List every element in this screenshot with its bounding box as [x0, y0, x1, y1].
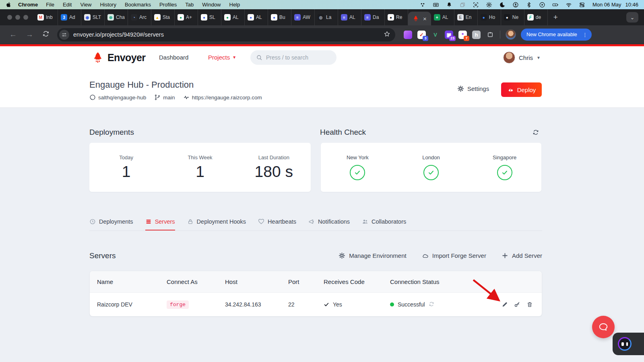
keyboard-icon[interactable] [433, 2, 439, 8]
nav-projects-dropdown[interactable]: Projects ▼ [208, 54, 236, 61]
browser-tab[interactable]: ≡ Da [361, 9, 385, 25]
repo-link[interactable]: salthq/engauge-hub [89, 94, 146, 101]
nav-dashboard-link[interactable]: Dashboard [159, 54, 188, 61]
browser-tab[interactable]: ● AL [221, 9, 245, 25]
menubar-menu-item[interactable]: View [80, 2, 91, 8]
menubar-menu-item[interactable]: Window [202, 2, 221, 8]
menubar-menu-item[interactable]: Profiles [159, 2, 177, 8]
project-tab[interactable]: Collaborators [362, 214, 406, 230]
health-url-link[interactable]: https://engauge.raizcorp.com [183, 94, 262, 101]
menubar-time[interactable]: 10:46 [625, 2, 638, 8]
wifi-icon[interactable] [566, 2, 572, 8]
ext-stack-icon[interactable]: ▣23 [445, 31, 453, 39]
project-tab[interactable]: Servers [145, 214, 175, 230]
user-account-icon[interactable] [512, 2, 519, 8]
menubar-menu-item[interactable]: File [46, 2, 54, 8]
new-tab-button[interactable]: + [548, 13, 564, 22]
notification-bell-icon[interactable] [446, 2, 452, 8]
ext-tasks-icon[interactable]: ✓3 [417, 31, 426, 39]
server-action-link[interactable]: Add Server [502, 252, 542, 259]
project-tab[interactable]: Heartbeats [258, 214, 296, 230]
window-controls[interactable] [7, 15, 28, 20]
browser-tab[interactable]: ● Bu [268, 9, 291, 25]
menubar-menu-item[interactable]: Help [229, 2, 240, 8]
minimize-window-button[interactable] [15, 15, 20, 20]
browser-tab[interactable]: F de [524, 9, 548, 25]
control-center-icon[interactable] [579, 2, 585, 8]
close-window-button[interactable] [7, 15, 12, 20]
bookmark-star-icon[interactable] [384, 31, 390, 39]
site-settings-icon[interactable] [59, 30, 69, 40]
browser-tab[interactable]: + AL [431, 9, 454, 25]
browser-tab[interactable]: ▲ Sta [151, 9, 175, 25]
extensions-puzzle-icon[interactable] [486, 31, 494, 39]
browser-tab[interactable]: 3 Ad [58, 9, 81, 25]
server-action-link[interactable]: Import Forge Server [422, 252, 486, 259]
project-tab[interactable]: Deployment Hooks [187, 214, 246, 230]
browser-tab[interactable]: ● Re [385, 9, 408, 25]
chevron-down-icon: ▼ [537, 56, 541, 60]
new-chrome-available-button[interactable]: New Chrome available ⋮ [521, 29, 592, 41]
apple-icon[interactable] [6, 2, 12, 8]
active-tab-envoyer[interactable]: × [408, 12, 431, 25]
browser-tab[interactable]: ● SL [198, 9, 221, 25]
zoom-window-button[interactable] [23, 15, 28, 20]
ext-grammarly-icon[interactable] [404, 31, 412, 39]
health-refresh-icon[interactable] [533, 129, 539, 137]
table-row: Raizcorp DEV forge 34.242.84.163 22 Yes … [90, 292, 542, 316]
edit-server-icon[interactable] [502, 301, 508, 308]
battery-icon[interactable] [552, 2, 559, 8]
menubar-menu-item[interactable]: Edit [63, 2, 72, 8]
browser-tab[interactable]: M Inb [35, 9, 58, 25]
screen-mirroring-icon[interactable] [459, 2, 466, 8]
menubar-menu-item[interactable]: Tab [185, 2, 194, 8]
deploy-button[interactable]: Deploy [501, 82, 542, 97]
browser-tab[interactable]: ● A+ [175, 9, 198, 25]
ssh-key-icon[interactable] [514, 301, 520, 308]
screenshot-icon[interactable] [473, 2, 479, 8]
browser-tab[interactable]: ◔ Arc [128, 9, 151, 25]
browser-tab[interactable]: ◉ SLT [81, 9, 105, 25]
browser-tab[interactable]: ◎ La [315, 9, 338, 25]
search-input[interactable]: Press / to search [250, 50, 336, 65]
status-refresh-icon[interactable] [429, 301, 434, 308]
playback-icon[interactable] [539, 2, 545, 8]
browser-tab[interactable]: E En [454, 9, 478, 25]
profile-avatar[interactable] [506, 29, 516, 40]
project-tab[interactable]: Notifications [308, 214, 350, 230]
menubar-date[interactable]: Mon 06 May [592, 2, 621, 8]
color-dots-icon[interactable] [419, 2, 426, 8]
back-button[interactable]: ← [5, 30, 21, 39]
focus-moon-icon[interactable] [499, 2, 506, 8]
tab-search-chevron-button[interactable]: ⌄ [626, 12, 638, 23]
browser-tab[interactable]: ● Ne [501, 9, 524, 25]
chrome-menu-icon[interactable]: ⋮ [581, 32, 589, 38]
browser-tab[interactable]: ≡ AL [338, 9, 361, 25]
browser-tab[interactable]: ⊛ Cha [105, 9, 128, 25]
help-beacon-button[interactable] [592, 316, 615, 338]
brightness-icon[interactable] [486, 2, 492, 8]
menubar-menu-item[interactable]: History [100, 2, 116, 8]
ext-spark-icon[interactable]: *7 [458, 31, 467, 39]
browser-tab[interactable]: ● Ho [478, 9, 501, 25]
browser-tab[interactable]: ● AL [245, 9, 268, 25]
server-action-link[interactable]: Manage Environment [339, 252, 407, 259]
project-tab[interactable]: Deployments [89, 214, 133, 230]
branch-indicator[interactable]: main [154, 94, 175, 101]
bluetooth-icon[interactable] [526, 2, 532, 8]
menubar-app-name[interactable]: Chrome [18, 2, 38, 8]
delete-server-icon[interactable] [526, 301, 533, 308]
envoyer-logo[interactable]: Envoyer [92, 51, 145, 64]
settings-button[interactable]: Settings [457, 85, 489, 92]
forward-button[interactable]: → [21, 30, 38, 39]
assistant-widget[interactable] [613, 333, 644, 355]
user-menu[interactable]: Chris ▼ [503, 51, 541, 64]
tab-close-icon[interactable]: × [423, 16, 427, 22]
reload-button[interactable] [38, 30, 54, 39]
menubar-menu-item[interactable]: Bookmarks [125, 2, 151, 8]
ext-vue-icon[interactable]: V [431, 31, 440, 39]
url-text[interactable]: envoyer.io/projects/94920#/servers [73, 31, 380, 38]
browser-tab[interactable]: ≡ AW [291, 9, 315, 25]
ext-h-icon[interactable]: h [472, 31, 481, 39]
address-bar[interactable]: envoyer.io/projects/94920#/servers [57, 28, 395, 41]
